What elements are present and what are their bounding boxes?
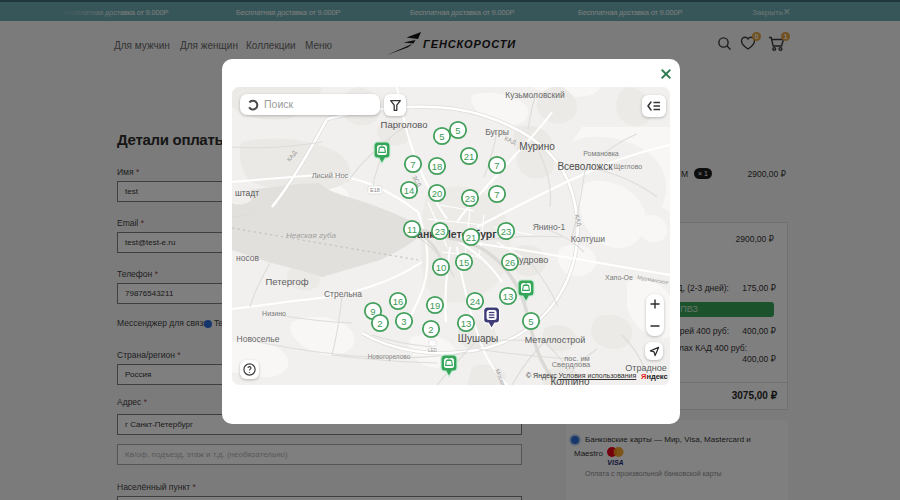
svg-text:Петергоф: Петергоф [266,276,309,287]
svg-text:Свердлова: Свердлова [552,360,591,369]
svg-text:Стрельна: Стрельна [324,289,362,299]
svg-text:Парголово: Парголово [381,119,428,130]
svg-text:Колтуши: Колтуши [571,234,606,244]
svg-text:Мурино: Мурино [519,141,555,152]
svg-text:5: 5 [528,316,533,327]
svg-text:3: 3 [401,316,406,327]
svg-text:23: 23 [435,226,446,237]
svg-text:E18: E18 [370,187,380,193]
svg-text:Лисий Нос: Лисий Нос [312,171,349,180]
svg-text:13: 13 [461,318,472,329]
svg-text:Янино-1: Янино-1 [533,222,566,232]
svg-text:18: 18 [432,161,443,172]
svg-text:7: 7 [494,189,499,200]
svg-text:носов: носов [236,253,259,263]
svg-text:штадт: штадт [235,188,259,198]
svg-text:13: 13 [503,291,514,302]
svg-text:7: 7 [410,159,415,170]
svg-text:19: 19 [430,300,441,311]
svg-text:Всеволожск: Всеволожск [557,161,613,172]
svg-text:Романовка: Романовка [583,150,619,157]
svg-text:Санкт-Петербург: Санкт-Петербург [409,228,497,240]
svg-text:16: 16 [393,296,404,307]
svg-text:20: 20 [432,188,443,199]
svg-text:9: 9 [370,306,375,317]
svg-text:11: 11 [407,224,417,235]
svg-text:21: 21 [464,151,475,162]
svg-text:Бугры: Бугры [485,127,509,137]
svg-text:23: 23 [465,193,476,204]
svg-text:2: 2 [377,318,382,329]
svg-text:21: 21 [466,232,477,243]
svg-text:10: 10 [436,262,447,273]
svg-text:Кузьмоловский: Кузьмоловский [505,90,565,100]
svg-text:Хапо-Ое: Хапо-Ое [605,274,633,281]
svg-text:Металлострой: Металлострой [525,335,586,345]
svg-text:15: 15 [459,257,470,268]
svg-text:5: 5 [455,125,460,136]
svg-text:26: 26 [505,257,516,268]
svg-text:23: 23 [501,226,512,237]
svg-text:Щеглово: Щеглово [614,163,643,171]
svg-text:2: 2 [428,324,433,335]
svg-text:7: 7 [494,160,499,171]
svg-text:Новогорелово: Новогорелово [368,353,411,361]
svg-text:14: 14 [404,185,415,196]
svg-text:5: 5 [439,131,444,142]
svg-text:Низино: Низино [262,310,286,317]
svg-text:LED: LED [428,348,438,353]
svg-text:24: 24 [470,296,481,307]
svg-text:Невская губа: Невская губа [286,231,337,240]
svg-text:Новоселье: Новоселье [237,334,280,344]
svg-text:Шушары: Шушары [458,333,499,344]
